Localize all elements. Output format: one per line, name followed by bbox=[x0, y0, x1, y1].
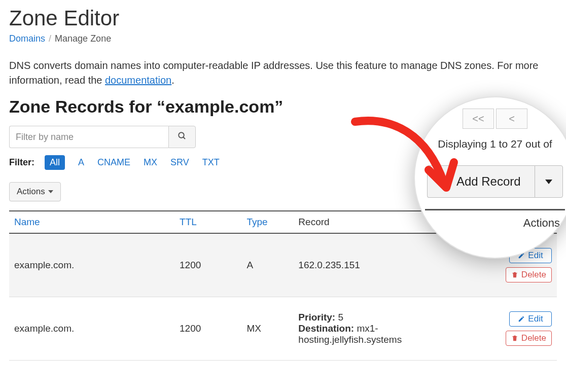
cell-name: example.com. bbox=[9, 297, 174, 361]
col-type[interactable]: Type bbox=[241, 211, 293, 233]
breadcrumb-separator: / bbox=[49, 33, 51, 44]
actions-label: Actions bbox=[17, 187, 45, 197]
filter-tab-txt[interactable]: TXT bbox=[202, 157, 220, 168]
search-icon bbox=[178, 131, 187, 142]
filter-label: Filter: bbox=[9, 157, 34, 168]
pencil-icon bbox=[518, 315, 525, 323]
filter-by-name-input[interactable] bbox=[9, 126, 168, 148]
filter-tab-mx[interactable]: MX bbox=[144, 157, 157, 168]
breadcrumb-current: Manage Zone bbox=[55, 33, 111, 44]
caret-down-icon bbox=[48, 190, 53, 193]
records-table: Name TTL Type Record Actions example.com… bbox=[9, 210, 557, 361]
delete-label: Delete bbox=[521, 333, 546, 343]
filter-tabs: Filter: All A CNAME MX SRV TXT bbox=[9, 155, 557, 170]
col-actions: Actions bbox=[484, 211, 557, 233]
desc-text: DNS converts domain names into computer-… bbox=[9, 60, 538, 86]
page-description: DNS converts domain names into computer-… bbox=[9, 58, 557, 88]
actions-dropdown-button[interactable]: Actions bbox=[9, 182, 61, 201]
edit-label: Edit bbox=[528, 314, 543, 324]
col-name[interactable]: Name bbox=[9, 211, 174, 233]
breadcrumb: Domains / Manage Zone bbox=[9, 33, 557, 44]
cell-ttl: 1200 bbox=[174, 233, 241, 297]
cell-record: Priority: 5 Destination: mx1-hosting.jel… bbox=[293, 297, 484, 361]
cell-type: MX bbox=[241, 297, 293, 361]
col-ttl[interactable]: TTL bbox=[174, 211, 241, 233]
pencil-icon bbox=[518, 252, 525, 259]
cell-name: example.com. bbox=[9, 233, 174, 297]
section-title: Zone Records for “example.com” bbox=[9, 97, 557, 117]
delete-label: Delete bbox=[521, 270, 546, 280]
cell-record: 162.0.235.151 bbox=[293, 233, 484, 297]
save-icon bbox=[471, 188, 479, 196]
destination-label: Destination: bbox=[298, 323, 354, 334]
edit-button[interactable]: Edit bbox=[509, 248, 552, 263]
trash-icon bbox=[511, 271, 518, 278]
delete-button[interactable]: Delete bbox=[506, 267, 552, 282]
trash-icon bbox=[511, 335, 518, 342]
edit-button[interactable]: Edit bbox=[509, 311, 552, 327]
page-title: Zone Editor bbox=[9, 6, 557, 30]
svg-line-1 bbox=[183, 137, 185, 139]
search-button[interactable] bbox=[168, 126, 196, 148]
table-row: example.com. 1200 A 162.0.235.151 Edit D… bbox=[9, 233, 557, 297]
filter-tab-srv[interactable]: SRV bbox=[170, 157, 189, 168]
filter-tab-all[interactable]: All bbox=[45, 155, 65, 170]
cell-type: A bbox=[241, 233, 293, 297]
cell-ttl: 1200 bbox=[174, 297, 241, 361]
edit-label: Edit bbox=[528, 251, 543, 261]
col-record: Record bbox=[293, 211, 484, 233]
desc-suffix: . bbox=[171, 75, 174, 86]
filter-tab-cname[interactable]: CNAME bbox=[97, 157, 130, 168]
svg-point-0 bbox=[179, 132, 184, 138]
filter-tab-a[interactable]: A bbox=[78, 157, 84, 168]
delete-button[interactable]: Delete bbox=[506, 331, 552, 346]
save-all-records-button[interactable]: Save All Records bbox=[464, 181, 557, 202]
documentation-link[interactable]: documentation bbox=[105, 75, 171, 86]
priority-value: 5 bbox=[338, 312, 343, 323]
breadcrumb-link-domains[interactable]: Domains bbox=[9, 33, 45, 44]
save-label: Save All Records bbox=[483, 187, 548, 197]
priority-label: Priority: bbox=[298, 312, 335, 323]
table-row: example.com. 1200 MX Priority: 5 Destina… bbox=[9, 297, 557, 361]
